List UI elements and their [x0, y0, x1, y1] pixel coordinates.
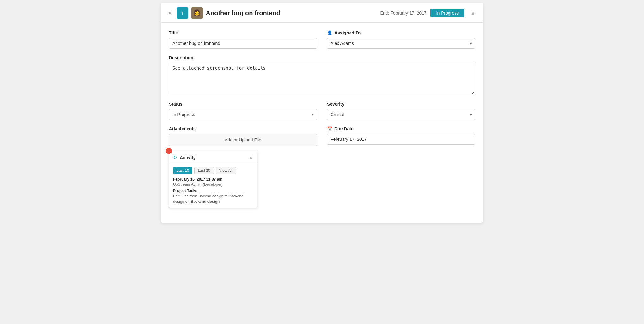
due-date-label: 📅 Due Date [327, 126, 475, 131]
activity-title-row: ↻ Activity [173, 154, 196, 160]
modal-header: × ↑ 🧔 Another bug on frontend End: Febru… [161, 3, 483, 23]
status-select-wrapper: In Progress [169, 109, 317, 120]
severity-col: Severity Critical [327, 102, 475, 120]
assigned-select-wrapper: Alex Adams [327, 38, 475, 49]
filter-last20[interactable]: Last 20 [194, 167, 214, 174]
activity-collapse-button[interactable]: ▲ [248, 155, 253, 160]
title-col: Title [169, 30, 317, 49]
status-col: Status In Progress [169, 102, 317, 120]
remove-activity-button[interactable]: − [166, 148, 172, 154]
title-input[interactable] [169, 38, 317, 49]
activity-card: ↻ Activity ▲ Last 10 Last 20 View All [169, 151, 257, 208]
description-col: Description See attached screenshot for … [169, 55, 475, 95]
activity-title: Activity [180, 155, 196, 160]
activity-task: Project Tasks [173, 189, 253, 193]
activity-popup: − ↻ Activity ▲ Last 10 Last [169, 151, 257, 208]
filter-view-all[interactable]: View All [216, 167, 236, 174]
attachments-col: Attachments Add or Upload File − ↻ Activ… [169, 126, 317, 209]
upstream-icon: ↑ [177, 7, 188, 19]
activity-user: UpStream Admin (Developer) [173, 182, 253, 187]
upload-button[interactable]: Add or Upload File [169, 134, 317, 146]
duedate-col: 📅 Due Date [327, 126, 475, 209]
filter-last10[interactable]: Last 10 [173, 167, 192, 174]
due-date-input[interactable] [327, 134, 475, 145]
activity-card-header: ↻ Activity ▲ [169, 151, 257, 164]
collapse-button[interactable]: ▲ [468, 9, 478, 17]
severity-select-wrapper: Critical [327, 109, 475, 120]
header-right: End: February 17, 2017 In Progress ▲ [380, 9, 478, 17]
severity-select[interactable]: Critical [327, 109, 475, 120]
row-attachments-duedate: Attachments Add or Upload File − ↻ Activ… [169, 126, 475, 209]
row-status-severity: Status In Progress Severity Critical [169, 102, 475, 120]
activity-date: February 16, 2017 11:37 am [173, 177, 253, 182]
severity-label: Severity [327, 102, 475, 107]
bug-modal: × ↑ 🧔 Another bug on frontend End: Febru… [161, 3, 483, 223]
person-icon: 👤 [327, 30, 332, 35]
attachments-label: Attachments [169, 126, 317, 131]
avatar: 🧔 [191, 7, 203, 19]
end-date-label: End: February 17, 2017 [380, 10, 426, 16]
assigned-label: 👤 Assigned To [327, 30, 475, 35]
modal-body: Title 👤 Assigned To Alex Adams Descripti… [161, 23, 483, 223]
activity-body: Last 10 Last 20 View All February 16, 20… [169, 164, 257, 208]
description-label: Description [169, 55, 475, 60]
status-select[interactable]: In Progress [169, 109, 317, 120]
page-title: Another bug on frontend [206, 9, 377, 17]
status-label: Status [169, 102, 317, 107]
description-textarea[interactable]: See attached screenshot for details [169, 63, 475, 94]
title-label: Title [169, 30, 317, 35]
status-badge: In Progress [430, 9, 465, 17]
close-button[interactable]: × [166, 9, 174, 16]
assigned-col: 👤 Assigned To Alex Adams [327, 30, 475, 49]
activity-filters: Last 10 Last 20 View All [173, 167, 253, 174]
assigned-select[interactable]: Alex Adams [327, 38, 475, 49]
activity-entry: February 16, 2017 11:37 am UpStream Admi… [173, 177, 253, 204]
activity-detail: Edit: Title from Bacend design to Backen… [173, 194, 253, 204]
activity-refresh-icon: ↻ [173, 154, 177, 160]
row-title-assigned: Title 👤 Assigned To Alex Adams [169, 30, 475, 49]
calendar-icon: 📅 [327, 126, 332, 131]
row-description: Description See attached screenshot for … [169, 55, 475, 95]
